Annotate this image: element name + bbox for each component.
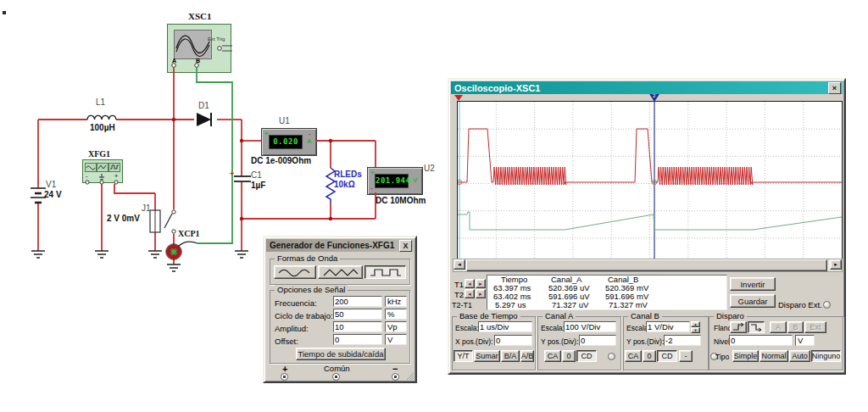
offset-unit: V: [385, 334, 407, 345]
formas-de-onda-title: Formas de Onda: [275, 253, 340, 263]
tipo-auto-button[interactable]: Auto: [789, 350, 810, 362]
green-wires: [197, 68, 232, 243]
ext-trig-label: Ext Trig: [208, 35, 225, 44]
d1-ref: D1: [198, 101, 209, 110]
canal-b-ypos-input[interactable]: [664, 335, 701, 346]
edge-rising-icon: [732, 323, 745, 331]
scroll-thumb[interactable]: [466, 259, 827, 271]
cursor2-number: 2: [653, 93, 655, 98]
v1-value: 24 V: [44, 190, 62, 199]
offset-input[interactable]: [333, 334, 382, 345]
spinner-down-button[interactable]: ▼: [691, 327, 700, 333]
fg-plus-terminal[interactable]: [281, 373, 288, 381]
oscilloscope-window[interactable]: Osciloscopio-XSC1 × 2 ◄ ► T1 ◄ ► T2 ◄ ► …: [448, 78, 846, 375]
sumar-button[interactable]: Sumar: [474, 350, 500, 362]
canvas-marker: [3, 11, 6, 14]
nivel-unit: V: [795, 335, 815, 346]
canal-b-minus-button[interactable]: -: [679, 350, 693, 362]
scroll-left-button[interactable]: ◄: [453, 259, 465, 270]
edge-rising-button[interactable]: [730, 321, 747, 333]
amplitud-input[interactable]: [333, 321, 382, 332]
function-generator-dialog[interactable]: Generador de Funciones-XFG1 X Formas de …: [263, 236, 417, 383]
scroll-right-button[interactable]: ►: [830, 259, 842, 270]
square-wave-button[interactable]: [364, 265, 406, 279]
xpos-label: X pos.(Div):: [455, 337, 492, 346]
canal-a-cd-button[interactable]: CD: [576, 350, 597, 362]
xpos-input[interactable]: [494, 335, 532, 346]
spinner-up-button[interactable]: ▲: [691, 321, 700, 327]
guardar-button[interactable]: Guardar: [730, 294, 776, 308]
canal-b-0-button[interactable]: 0: [643, 350, 656, 362]
voltmeter-u2[interactable]: + - 201.944 V: [367, 167, 423, 195]
cursor1-handle[interactable]: [454, 95, 463, 101]
canal-b-ca-button[interactable]: CA: [625, 350, 642, 362]
u1-unit: A: [307, 138, 312, 145]
ab-button[interactable]: A/B: [520, 350, 534, 362]
frecuencia-label: Frecuencia:: [275, 298, 317, 308]
terminal-a-label: A: [172, 56, 176, 65]
nivel-input[interactable]: [729, 335, 793, 346]
oscilloscope-icon[interactable]: Ext Trig A B: [167, 24, 231, 73]
tipo-ninguno-button[interactable]: Ninguno: [811, 350, 841, 362]
canal-a-group: Canal A Escala: Y pos.(Div): CA 0 CD: [537, 316, 621, 370]
scope-plot[interactable]: [457, 101, 843, 266]
disparo-group: Disparo Flanco: A B Ext Nivel: V Tipo Si…: [709, 316, 843, 370]
canal-b-escala-input[interactable]: [646, 321, 690, 332]
canal-a-ypos-input[interactable]: [579, 335, 616, 346]
fg-title: Generador de Funciones-XFG1: [268, 241, 394, 250]
sine-wave-button[interactable]: [274, 265, 316, 279]
ammeter-u1[interactable]: + - 0.020 A: [261, 128, 317, 156]
fg-minus-terminal[interactable]: [392, 373, 399, 381]
tipo-simple-button[interactable]: Simple: [732, 350, 759, 362]
diode-symbol: [197, 113, 211, 126]
xsc1-label: XSC1: [188, 12, 212, 21]
canal-b-group: Canal B Escala: ▲ ▼ Y pos.(Div): CA 0 CD…: [623, 316, 709, 370]
j1-ref: J1: [142, 203, 151, 213]
fg-comun-label: Común: [324, 364, 350, 373]
base-escala-input[interactable]: [478, 321, 532, 332]
c1-ref: C1: [251, 170, 262, 180]
tipo-normal-button[interactable]: Normal: [760, 350, 788, 362]
canal-b-cd-button[interactable]: CD: [657, 350, 677, 362]
t1-left-button[interactable]: ◄: [465, 279, 475, 288]
function-generator-icon[interactable]: - +: [82, 159, 123, 183]
l1-ref: L1: [96, 97, 105, 107]
ba-button[interactable]: B/A: [501, 350, 520, 362]
ciclo-input[interactable]: [333, 309, 382, 320]
edge-falling-button[interactable]: [748, 321, 765, 333]
canal-a-0-button[interactable]: 0: [562, 350, 576, 362]
frecuencia-input[interactable]: [333, 296, 382, 307]
disparo-ext-radio[interactable]: [823, 301, 831, 309]
formas-de-onda-group: Formas de Onda: [270, 259, 410, 285]
canal-b-title: Canal B: [628, 311, 662, 320]
fg-titlebar[interactable]: Generador de Funciones-XFG1 X: [266, 239, 414, 252]
tipo-label: Tipo: [715, 353, 729, 361]
trigger-a-button[interactable]: A: [770, 321, 787, 333]
u2-unit: V: [413, 177, 417, 184]
t2-left-button[interactable]: ◄: [465, 289, 475, 298]
amplitud-unit: Vp: [385, 321, 407, 332]
scope-scrollbar[interactable]: ◄ ►: [453, 259, 843, 272]
t1-right-button[interactable]: ►: [476, 279, 486, 288]
t2-right-button[interactable]: ►: [476, 289, 486, 298]
trigger-b-button[interactable]: B: [787, 321, 804, 333]
scope-titlebar[interactable]: Osciloscopio-XSC1 ×: [451, 81, 843, 94]
canal-a-ca-button[interactable]: CA: [544, 350, 561, 362]
invertir-button[interactable]: Invertir: [730, 277, 776, 291]
multisim-workspace: { "circuit": { "marker": "", "xsc1": {"l…: [0, 0, 868, 412]
triangle-wave-mini-icon: [97, 163, 108, 172]
fg-close-button[interactable]: X: [399, 240, 412, 252]
canal-a-radio[interactable]: [608, 353, 615, 360]
fg-comun-terminal[interactable]: [332, 373, 340, 381]
opciones-de-senal-group: Opciones de Señal Frecuencia: kHz Ciclo …: [270, 290, 410, 364]
scope-close-button[interactable]: ×: [828, 82, 841, 94]
triangle-wave-button[interactable]: [318, 265, 363, 279]
tiempo-subida-button[interactable]: Tiempo de subida/caída: [296, 348, 386, 360]
disparo-ext-label: Disparo Ext.: [778, 301, 822, 309]
fg-minus-terminal-label: -: [86, 171, 87, 181]
trigger-ext-button[interactable]: Ext: [804, 321, 826, 333]
canal-a-escala-input[interactable]: [564, 321, 616, 332]
u2-plus: +: [370, 170, 375, 176]
resize-grip-icon[interactable]: [406, 372, 415, 381]
yt-button[interactable]: Y/T: [453, 350, 473, 362]
